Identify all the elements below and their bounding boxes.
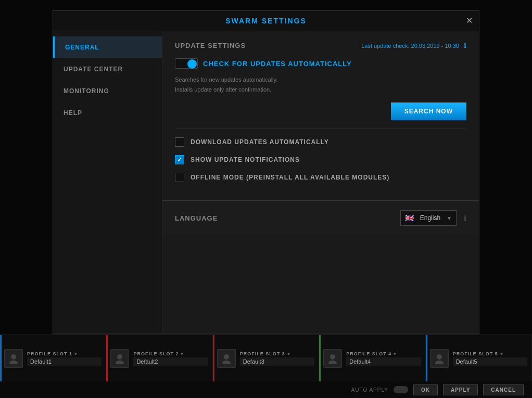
show-notifications-checkbox[interactable] [175, 155, 184, 164]
svg-point-0 [11, 354, 16, 360]
toggle-knob [187, 59, 197, 69]
profile-slot-3[interactable]: PROFILE SLOT 3 ▾ Default3 [213, 335, 319, 381]
profile-name-3: Default3 [240, 357, 314, 366]
divider [175, 129, 466, 129]
offline-mode-row: OFFLINE MODE (PREINSTALL ALL AVAILABLE M… [175, 173, 466, 182]
search-now-button[interactable]: SEARCH NOW [391, 102, 466, 120]
last-update-value: 20.03.2019 - 10:30 [411, 43, 459, 49]
profile-slot-2[interactable]: PROFILE SLOT 2 ▾ Default2 [106, 335, 212, 381]
chevron-down-icon: ▾ [394, 351, 397, 356]
bottom-ok-button[interactable]: OK [413, 384, 438, 395]
profile-bar: PROFILE SLOT 1 ▾ Default1 PROFILE SLOT 2… [0, 335, 532, 381]
auto-check-description: Searches for new updates automatically. … [175, 75, 466, 94]
profile-info-5: PROFILE SLOT 5 ▾ Default5 [453, 351, 527, 366]
auto-check-toggle[interactable] [175, 58, 198, 69]
profile-info-3: PROFILE SLOT 3 ▾ Default3 [240, 351, 314, 366]
action-bar: AUTO APPLY OK APPLY CANCEL [0, 381, 532, 398]
download-auto-checkbox[interactable] [175, 137, 184, 147]
language-title: LANGUAGE [175, 214, 218, 222]
last-update-info: Last update check: 20.03.2019 - 10:30 ℹ [361, 41, 466, 50]
profile-slot-5[interactable]: PROFILE SLOT 5 ▾ Default5 [426, 335, 532, 381]
offline-mode-checkbox[interactable] [175, 173, 184, 182]
svg-point-2 [117, 354, 122, 360]
auto-apply-toggle[interactable] [394, 386, 408, 393]
chevron-down-icon: ▾ [181, 351, 184, 356]
profile-info-4: PROFILE SLOT 4 ▾ Default4 [346, 351, 421, 366]
svg-point-1 [9, 361, 18, 364]
svg-point-4 [224, 354, 229, 360]
profile-slot-label-4: PROFILE SLOT 4 ▾ [346, 351, 421, 356]
sidebar-item-update-center[interactable]: UPDATE CENTER [53, 58, 162, 80]
sidebar-item-general[interactable]: GENERAL [53, 36, 162, 58]
info-icon[interactable]: ℹ [464, 42, 466, 49]
sidebar-item-monitoring[interactable]: MONITORING [53, 80, 162, 102]
sidebar: GENERAL UPDATE CENTER MONITORING HELP [53, 31, 162, 333]
profile-slot-label-2: PROFILE SLOT 2 ▾ [133, 351, 208, 356]
profile-avatar-1 [4, 349, 23, 368]
profile-name-1: Default1 [27, 357, 102, 366]
section-title: UPDATE SETTINGS [175, 42, 246, 49]
modal-titlebar: SWARM SETTINGS ✕ [53, 11, 479, 31]
profile-slot-label-5: PROFILE SLOT 5 ▾ [453, 351, 527, 356]
svg-point-5 [222, 361, 231, 364]
modal-body: GENERAL UPDATE CENTER MONITORING HELP UP… [53, 31, 479, 333]
profile-name-4: Default4 [346, 357, 421, 366]
profile-avatar-5 [430, 349, 449, 368]
show-notifications-label: SHOW UPDATE NOTIFICATIONS [191, 156, 300, 163]
close-button[interactable]: ✕ [466, 17, 473, 25]
auto-check-label: CHECK FOR UPDATES AUTOMATICALLY [203, 60, 352, 68]
download-auto-label: DOWNLOAD UPDATES AUTOMATICALLY [191, 138, 329, 146]
language-select-wrapper[interactable]: 🇬🇧 English ▼ [400, 210, 457, 226]
profile-avatar-2 [110, 349, 129, 368]
profile-slot-1[interactable]: PROFILE SLOT 1 ▾ Default1 [0, 335, 106, 381]
profile-info-1: PROFILE SLOT 1 ▾ Default1 [27, 351, 102, 366]
cancel-button[interactable]: CANCEL [483, 384, 524, 395]
apply-button[interactable]: APPLY [443, 384, 478, 395]
language-value: English [418, 211, 442, 225]
svg-point-8 [437, 354, 442, 360]
language-controls: 🇬🇧 English ▼ ℹ [400, 210, 466, 226]
profile-slot-label-1: PROFILE SLOT 1 ▾ [27, 351, 102, 356]
update-settings-section: UPDATE SETTINGS Last update check: 20.03… [162, 31, 479, 200]
chevron-down-icon: ▾ [500, 351, 503, 356]
profile-avatar-4 [323, 349, 342, 368]
language-header: LANGUAGE 🇬🇧 English ▼ ℹ [175, 210, 466, 226]
show-notifications-row: SHOW UPDATE NOTIFICATIONS [175, 155, 466, 164]
profile-info-2: PROFILE SLOT 2 ▾ Default2 [133, 351, 208, 366]
chevron-down-icon: ▼ [442, 212, 456, 224]
section-header: UPDATE SETTINGS Last update check: 20.03… [175, 41, 466, 50]
svg-point-3 [116, 361, 124, 364]
svg-point-7 [328, 361, 337, 364]
chevron-down-icon: ▾ [74, 351, 78, 356]
offline-mode-label: OFFLINE MODE (PREINSTALL ALL AVAILABLE M… [191, 174, 389, 181]
language-flag: 🇬🇧 [401, 211, 418, 225]
profile-name-5: Default5 [453, 357, 527, 366]
svg-point-9 [435, 361, 444, 364]
auto-check-row: CHECK FOR UPDATES AUTOMATICALLY [175, 58, 466, 69]
language-section: LANGUAGE 🇬🇧 English ▼ ℹ [162, 200, 479, 235]
language-info-icon[interactable]: ℹ [464, 214, 466, 222]
profile-avatar-3 [217, 349, 236, 368]
sidebar-item-help[interactable]: HELP [53, 102, 162, 124]
auto-apply-label: AUTO APPLY [351, 387, 388, 393]
chevron-down-icon: ▾ [287, 351, 290, 356]
profile-slot-4[interactable]: PROFILE SLOT 4 ▾ Default4 [319, 335, 425, 381]
last-update-label: Last update check: 20.03.2019 - 10:30 ℹ [361, 43, 466, 49]
profile-slot-label-3: PROFILE SLOT 3 ▾ [240, 351, 314, 356]
content-area: UPDATE SETTINGS Last update check: 20.03… [162, 31, 479, 333]
modal-title: SWARM SETTINGS [225, 17, 307, 25]
profile-name-2: Default2 [133, 357, 208, 366]
download-auto-row: DOWNLOAD UPDATES AUTOMATICALLY [175, 137, 466, 147]
svg-point-6 [330, 354, 335, 360]
